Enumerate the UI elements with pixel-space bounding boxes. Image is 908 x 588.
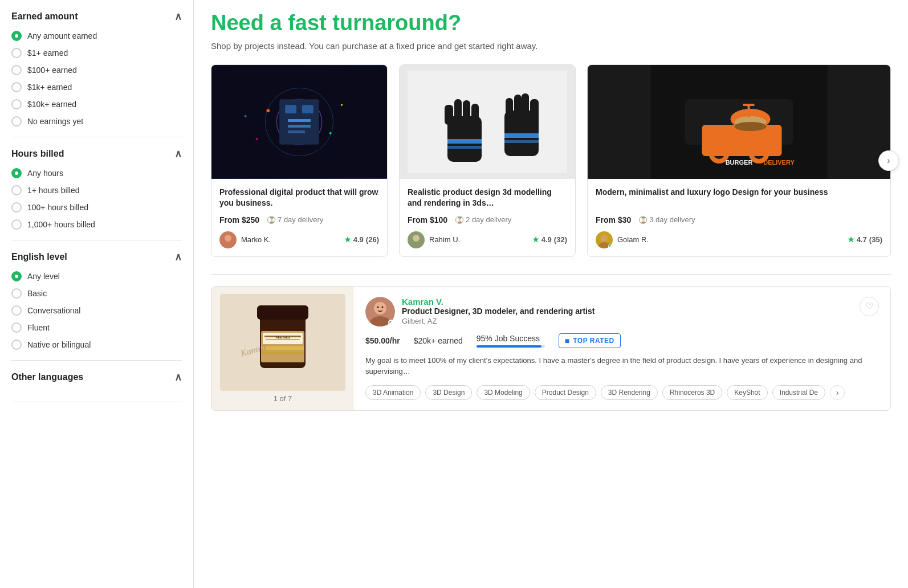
radio-hours-100plus[interactable] xyxy=(11,202,22,213)
card-1-price-row: From $250 ⏳ 7 day delivery xyxy=(219,215,379,224)
other-languages-toggle[interactable]: Other languages ∧ xyxy=(11,371,182,383)
tag-industrial[interactable]: Industrial De xyxy=(772,385,825,400)
card-3-price: From $30 xyxy=(596,215,631,224)
english-any-label: Any level xyxy=(27,272,60,281)
english-any[interactable]: Any level xyxy=(11,271,182,281)
card-1-seller: Marko K. xyxy=(219,231,271,248)
tag-rhinoceros[interactable]: Rhinoceros 3D xyxy=(662,385,722,400)
radio-earned-100plus[interactable] xyxy=(11,65,22,75)
earned-value: $20k+ earned xyxy=(414,336,463,345)
radio-english-fluent[interactable] xyxy=(11,322,22,333)
english-conversational[interactable]: Conversational xyxy=(11,305,182,316)
tag-3d-animation[interactable]: 3D Animation xyxy=(365,385,421,400)
earned-amount-options: Any amount earned $1+ earned $100+ earne… xyxy=(11,31,182,126)
tag-3d-rendering[interactable]: 3D Rendering xyxy=(601,385,658,400)
card-1-avatar xyxy=(219,231,237,248)
svg-rect-29 xyxy=(504,133,539,138)
svg-rect-21 xyxy=(471,104,479,121)
svg-point-12 xyxy=(341,104,343,106)
job-success-stat: 95% Job Success xyxy=(477,334,545,348)
card-2-price: From $100 xyxy=(408,215,447,224)
english-level-chevron: ∧ xyxy=(174,251,182,263)
earned-1plus[interactable]: $1+ earned xyxy=(11,48,182,58)
freelancer-title: Product Designer, 3D modeler, and render… xyxy=(402,307,595,316)
freelancer-info: Kamran V. Product Designer, 3D modeler, … xyxy=(354,287,890,410)
earned-amount-toggle[interactable]: Earned amount ∧ xyxy=(11,10,182,23)
card-2-rating-value: 4.9 xyxy=(541,235,552,244)
earned-amount-section: Earned amount ∧ Any amount earned $1+ ea… xyxy=(11,0,182,137)
radio-earned-any[interactable] xyxy=(11,31,22,41)
tag-3d-modeling[interactable]: 3D Modeling xyxy=(477,385,530,400)
card-3-footer: Golam R. ★ 4.7 (35) xyxy=(596,231,882,248)
project-card-1[interactable]: Professional digital product that will g… xyxy=(211,64,388,257)
hours-100plus[interactable]: 100+ hours billed xyxy=(11,202,182,213)
radio-english-conversational[interactable] xyxy=(11,305,22,316)
card-1-rating-value: 4.9 xyxy=(353,235,364,244)
english-fluent-label: Fluent xyxy=(27,323,50,332)
card-2-avatar xyxy=(408,231,425,248)
hours-1000plus[interactable]: 1,000+ hours billed xyxy=(11,219,182,230)
svg-rect-25 xyxy=(530,99,539,119)
earned-1kplus[interactable]: $1k+ earned xyxy=(11,82,182,92)
hours-1plus[interactable]: 1+ hours billed xyxy=(11,185,182,195)
star-icon-3: ★ xyxy=(848,235,854,244)
english-basic[interactable]: Basic xyxy=(11,288,182,299)
svg-rect-28 xyxy=(506,98,513,115)
other-languages-chevron: ∧ xyxy=(174,371,182,383)
radio-earned-1plus[interactable] xyxy=(11,48,22,58)
earned-100plus[interactable]: $100+ earned xyxy=(11,65,182,75)
hours-any[interactable]: Any hours xyxy=(11,168,182,178)
shield-icon: ■ xyxy=(565,336,569,345)
card-2-delivery: ⏳ 2 day delivery xyxy=(455,215,511,224)
svg-rect-5 xyxy=(302,105,313,113)
card-3-seller: Golam R. xyxy=(596,231,649,248)
radio-hours-1plus[interactable] xyxy=(11,185,22,195)
radio-earned-none[interactable] xyxy=(11,116,22,126)
svg-rect-43 xyxy=(748,106,750,117)
tag-3d-design[interactable]: 3D Design xyxy=(425,385,472,400)
job-success-fill xyxy=(477,345,541,348)
radio-earned-10kplus[interactable] xyxy=(11,99,22,109)
english-level-toggle[interactable]: English level ∧ xyxy=(11,251,182,263)
english-native[interactable]: Native or bilingual xyxy=(11,340,182,350)
project-card-3[interactable]: BURGER DELIVERY Modern, minimalist and l… xyxy=(587,64,891,257)
svg-point-32 xyxy=(410,242,422,248)
earned-stat: $20k+ earned xyxy=(414,336,463,345)
freelancer-name[interactable]: Kamran V. xyxy=(402,297,595,307)
svg-rect-23 xyxy=(447,146,482,149)
tags-next-button[interactable]: › xyxy=(830,385,845,400)
card-3-body: Modern, minimalist and luxury logo Desig… xyxy=(588,179,890,256)
save-freelancer-button[interactable]: ♡ xyxy=(860,297,879,316)
svg-rect-8 xyxy=(288,130,305,133)
card-2-image xyxy=(400,65,575,179)
project-card-2[interactable]: Realistic product design 3d modelling an… xyxy=(399,64,576,257)
tag-keyshot[interactable]: KeyShot xyxy=(727,385,767,400)
english-conversational-label: Conversational xyxy=(27,306,80,315)
cards-next-arrow[interactable]: › xyxy=(878,150,899,171)
card-3-image: BURGER DELIVERY xyxy=(588,65,890,179)
svg-rect-26 xyxy=(522,93,529,115)
svg-point-15 xyxy=(222,242,234,248)
freelancer-counter: 1 of 7 xyxy=(274,394,292,403)
card-1-title: Professional digital product that will g… xyxy=(219,187,379,210)
radio-hours-any[interactable] xyxy=(11,168,22,178)
radio-english-any[interactable] xyxy=(11,271,22,281)
card-1-rating: ★ 4.9 (26) xyxy=(344,235,379,244)
earned-10kplus[interactable]: $10k+ earned xyxy=(11,99,182,109)
svg-rect-18 xyxy=(445,105,453,125)
earned-none[interactable]: No earnings yet xyxy=(11,116,182,126)
hours-billed-chevron: ∧ xyxy=(174,148,182,160)
radio-english-basic[interactable] xyxy=(11,288,22,299)
tags-row: 3D Animation 3D Design 3D Modeling Produ… xyxy=(365,385,879,400)
earned-any[interactable]: Any amount earned xyxy=(11,31,182,41)
earned-none-label: No earnings yet xyxy=(27,117,83,126)
top-rated-label: TOP RATED xyxy=(573,337,614,345)
radio-hours-1000plus[interactable] xyxy=(11,219,22,230)
hero-title: Need a fast turnaround? xyxy=(211,11,891,35)
hours-billed-toggle[interactable]: Hours billed ∧ xyxy=(11,148,182,160)
radio-earned-1kplus[interactable] xyxy=(11,82,22,92)
tag-product-design[interactable]: Product Design xyxy=(535,385,596,400)
radio-english-native[interactable] xyxy=(11,340,22,350)
earned-1kplus-label: $1k+ earned xyxy=(27,83,72,92)
english-fluent[interactable]: Fluent xyxy=(11,322,182,333)
